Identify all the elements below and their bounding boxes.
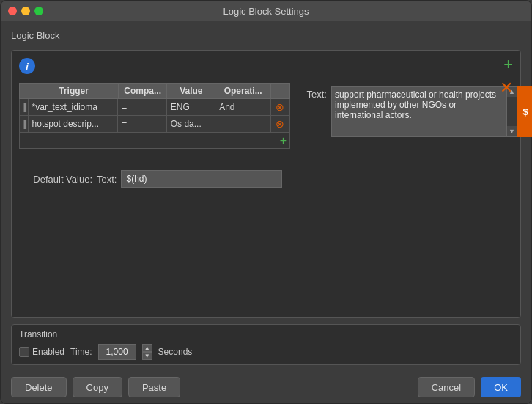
scroll-down-icon[interactable]: ▼ xyxy=(507,126,517,136)
transition-section: Transition Enabled Time: ▲ ▼ Seconds xyxy=(11,324,521,365)
enabled-label: Enabled xyxy=(32,347,64,357)
ok-button[interactable]: OK xyxy=(481,377,521,397)
close-button[interactable] xyxy=(8,7,17,15)
divider xyxy=(19,158,513,158)
maximize-button[interactable] xyxy=(34,7,43,15)
conditions-table: Trigger Compa... Value Operati... ▐ *var… xyxy=(19,83,290,149)
transition-title: Transition xyxy=(19,329,513,339)
content-area: Logic Block i + ✕ Trigger Compa... Value… xyxy=(1,21,531,372)
row-compare[interactable]: = xyxy=(118,99,166,115)
row-value[interactable]: ENG xyxy=(167,99,215,115)
cancel-button[interactable]: Cancel xyxy=(418,377,475,397)
header-trigger: Trigger xyxy=(29,84,119,98)
scroll-track xyxy=(507,97,517,126)
delete-row-button[interactable]: ⊗ xyxy=(271,99,289,115)
default-text-label: Text: xyxy=(97,174,117,185)
row-operation[interactable] xyxy=(215,116,271,132)
bottom-right-buttons: Cancel OK xyxy=(418,377,521,397)
row-value[interactable]: Os da... xyxy=(167,116,215,132)
table-row: ▐ hotspot descrip... = Os da... ⊗ xyxy=(19,116,290,133)
seconds-label: Seconds xyxy=(158,347,193,357)
window-title: Logic Block Settings xyxy=(223,6,309,17)
table-area: Trigger Compa... Value Operati... ▐ *var… xyxy=(19,83,290,149)
window-controls xyxy=(8,7,43,15)
step-down-button[interactable]: ▼ xyxy=(142,352,152,360)
main-window: Logic Block Settings Logic Block i + ✕ T… xyxy=(0,0,532,404)
time-label: Time: xyxy=(70,347,92,357)
table-row: ▐ *var_text_idioma = ENG And ⊗ xyxy=(19,99,290,116)
delete-button[interactable]: Delete xyxy=(11,377,67,397)
title-bar: Logic Block Settings xyxy=(1,1,531,21)
header-value: Value xyxy=(167,84,215,98)
time-stepper: ▲ ▼ xyxy=(142,344,152,360)
row-handle: ▐ xyxy=(20,99,29,115)
remove-button[interactable]: ✕ xyxy=(500,80,513,96)
default-value-row: Default Value: Text: xyxy=(19,170,513,188)
bottom-left-buttons: Delete Copy Paste xyxy=(11,377,180,397)
row-trigger[interactable]: hotspot descrip... xyxy=(29,116,119,132)
text-section: Text: support pharmaceutical or health p… xyxy=(298,86,532,137)
transition-row: Enabled Time: ▲ ▼ Seconds xyxy=(19,344,513,360)
delete-row-button[interactable]: ⊗ xyxy=(271,116,289,132)
enabled-checkbox[interactable] xyxy=(19,347,29,357)
table-header: Trigger Compa... Value Operati... xyxy=(19,83,290,99)
header-delete xyxy=(271,84,289,98)
main-panel: i + ✕ Trigger Compa... Value Operati... xyxy=(11,50,521,318)
time-input[interactable] xyxy=(98,344,136,360)
dollar-button[interactable]: $ xyxy=(517,86,532,137)
bottom-bar: Delete Copy Paste Cancel OK xyxy=(1,372,531,403)
row-handle: ▐ xyxy=(20,116,29,132)
text-textarea[interactable]: support pharmaceutical or health project… xyxy=(331,86,507,137)
paste-button[interactable]: Paste xyxy=(128,377,180,397)
header-compare: Compa... xyxy=(119,84,167,98)
section-label: Logic Block xyxy=(11,30,521,41)
minimize-button[interactable] xyxy=(21,7,30,15)
row-compare[interactable]: = xyxy=(118,116,166,132)
upper-row: Trigger Compa... Value Operati... ▐ *var… xyxy=(19,83,513,149)
default-value-input[interactable] xyxy=(121,170,282,188)
row-operation[interactable]: And xyxy=(215,99,271,115)
copy-button[interactable]: Copy xyxy=(73,377,122,397)
default-value-label: Default Value: xyxy=(19,174,92,185)
add-row-button[interactable]: + xyxy=(280,134,287,147)
row-trigger[interactable]: *var_text_idioma xyxy=(29,99,119,115)
add-row-top-button[interactable]: + xyxy=(503,56,513,73)
add-row-area: + xyxy=(19,133,290,149)
step-up-button[interactable]: ▲ xyxy=(142,344,152,352)
enabled-checkbox-wrap: Enabled xyxy=(19,347,64,357)
info-icon[interactable]: i xyxy=(19,58,35,74)
text-label: Text: xyxy=(298,86,327,100)
header-operation: Operati... xyxy=(215,84,270,98)
